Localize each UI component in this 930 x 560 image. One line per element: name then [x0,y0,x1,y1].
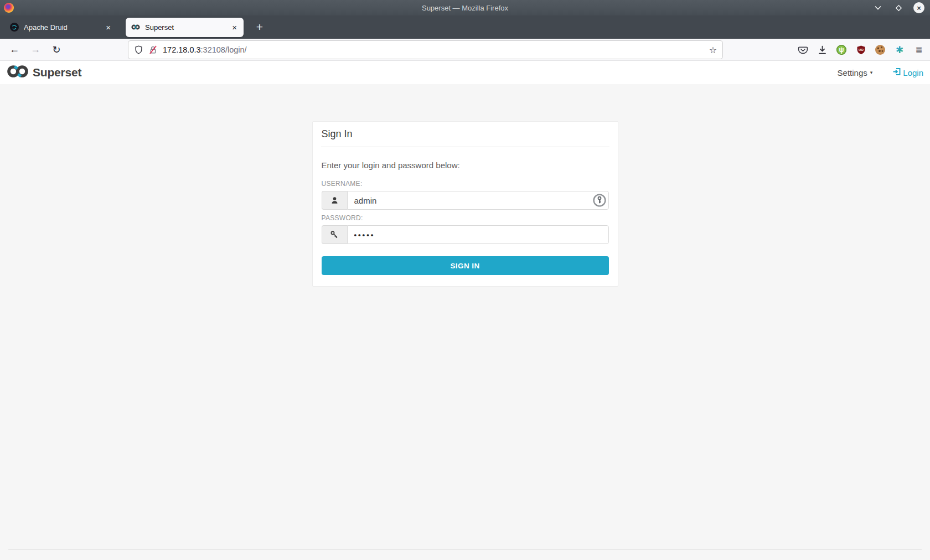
minimize-icon[interactable] [872,2,884,13]
cookie-extension-icon[interactable] [875,44,886,55]
superset-logo-icon [7,65,29,80]
password-manager-key-icon[interactable] [593,194,606,207]
instructions-text: Enter your login and password below: [322,160,609,170]
green-extension-glyph: ψ [836,45,846,55]
tab-superset[interactable]: Superset × [126,18,244,37]
page-footer [0,549,930,560]
maximize-icon[interactable] [893,2,904,13]
url-text[interactable]: 172.18.0.3:32108/login/ [163,45,247,54]
tab-bar: Apache Druid × Superset × + [0,15,930,39]
pocket-icon[interactable] [797,44,808,55]
username-label: USERNAME: [322,180,609,188]
key-icon [322,225,347,244]
card-body: Enter your login and password below: USE… [313,147,618,286]
back-button[interactable]: ← [8,44,21,55]
navigation-toolbar: ← → ↻ 172.18.0.3:32108/login/ ☆ [0,39,930,61]
login-icon [892,67,902,78]
window-controls: × [872,2,930,13]
user-icon [322,191,347,210]
menu-icon[interactable]: ≡ [913,44,924,55]
druid-favicon-icon [10,23,19,32]
password-input[interactable] [347,225,609,244]
username-field-wrap [347,191,609,210]
card-header: Sign In [313,122,618,147]
settings-menu[interactable]: Settings ▾ [838,68,873,77]
close-tab-icon[interactable]: × [105,23,112,32]
tab-label: Superset [145,23,231,32]
superset-brand[interactable]: Superset [7,65,81,80]
asterisk-extension-icon[interactable]: ✱ [894,44,905,55]
password-label: PASSWORD: [322,214,609,222]
url-host: 172.18.0.3 [163,45,201,54]
new-tab-button[interactable]: + [251,19,268,35]
brand-name: Superset [33,66,81,79]
titlebar: Superset — Mozilla Firefox × [0,0,930,15]
reload-button[interactable]: ↻ [50,44,63,56]
superset-favicon-icon [131,23,140,32]
bookmark-star-icon[interactable]: ☆ [709,45,717,55]
app-navbar: Superset Settings ▾ Login [0,61,930,84]
toolbar-extensions: ψ UO ✱ ≡ [797,39,924,61]
navbar-right: Settings ▾ Login [838,67,923,78]
close-tab-icon[interactable]: × [231,23,238,32]
insecure-lock-icon[interactable] [148,45,158,55]
tab-label: Apache Druid [24,23,105,32]
downloads-icon[interactable] [817,44,828,55]
login-link[interactable]: Login [892,67,923,78]
forward-button[interactable]: → [29,44,42,55]
sign-in-card: Sign In Enter your login and password be… [312,121,618,287]
tab-apache-druid[interactable]: Apache Druid × [4,18,117,37]
nav-buttons: ← → ↻ [0,44,63,56]
window-title: Superset — Mozilla Firefox [0,4,930,12]
url-path: :32108/login/ [201,45,247,54]
settings-label: Settings [838,68,867,77]
footer-divider [8,549,922,550]
username-input[interactable] [347,191,609,210]
card-title: Sign In [322,128,609,140]
page-content: Sign In Enter your login and password be… [0,84,930,560]
password-field-wrap [347,225,609,244]
green-extension-icon[interactable]: ψ [836,44,847,55]
chevron-down-icon: ▾ [870,70,873,75]
username-input-group [322,191,609,210]
firefox-logo-icon [4,3,14,13]
svg-text:UO: UO [859,48,864,51]
close-window-icon[interactable]: × [913,2,924,13]
url-bar[interactable]: 172.18.0.3:32108/login/ ☆ [128,41,722,59]
ublock-origin-icon[interactable]: UO [855,44,866,55]
password-input-group [322,225,609,244]
sign-in-button[interactable]: SIGN IN [322,256,609,275]
shield-icon[interactable] [134,45,143,55]
login-label: Login [903,68,923,77]
